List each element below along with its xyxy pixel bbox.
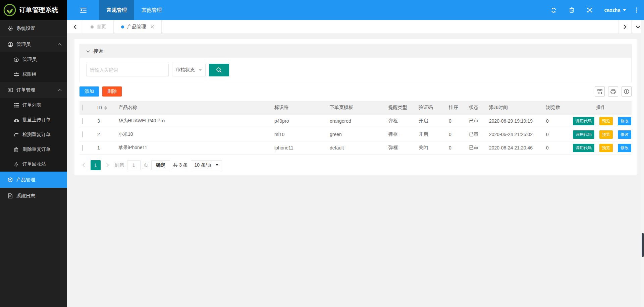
sidebar-item-label: 系统日志 <box>16 193 35 199</box>
cell-created-at: 2020-06-29 19:19:19 <box>486 114 543 128</box>
tabs-scroll-left-button[interactable] <box>67 20 83 34</box>
cell-slug: iphone11 <box>272 141 327 155</box>
table-header-row: ID 产品名称 标识符 下单页模板 提醒类型 验证码 排序 状态 添加时间 浏览… <box>79 101 632 114</box>
sidebar-item-system-settings[interactable]: 系统设置 <box>0 20 67 36</box>
audit-status-select[interactable]: 审核状态 <box>172 64 206 76</box>
cell-notify-type: 弹框 <box>386 114 416 128</box>
sidebar-item-permission-group[interactable]: 权限组 <box>0 67 67 82</box>
clear-cache-button[interactable] <box>563 0 581 20</box>
search-button[interactable] <box>209 64 229 76</box>
table-row: 1 苹果iPhone11 iphone11 default 弹框 关闭 0 已审… <box>79 141 632 155</box>
chevron-up-icon <box>58 43 61 47</box>
print-button[interactable] <box>608 86 618 97</box>
cell-views: 0 <box>543 141 570 155</box>
more-menu-button[interactable] <box>632 0 641 20</box>
prev-page-button[interactable] <box>79 160 88 170</box>
edit-button[interactable]: 修改 <box>618 130 631 139</box>
call-code-button[interactable]: 调用代码 <box>573 144 594 152</box>
columns-filter-button[interactable] <box>595 86 605 97</box>
page-number-button[interactable]: 1 <box>91 160 101 170</box>
sidebar-group-admin[interactable]: 管理员 <box>0 36 67 52</box>
row-checkbox[interactable] <box>82 118 83 124</box>
column-header-views: 浏览数 <box>543 101 570 114</box>
audit-status-value: 审核状态 <box>176 67 195 73</box>
page-tabbar: 首页 产品管理 <box>67 20 644 34</box>
user-menu[interactable]: caozha <box>599 0 632 20</box>
sidebar-item-order-recycle-bin[interactable]: 订单回收站 <box>0 157 67 172</box>
printer-icon <box>610 89 616 94</box>
export-info-button[interactable] <box>622 86 632 97</box>
topbar-tab-other[interactable]: 其他管理 <box>134 0 169 20</box>
sort-icon[interactable] <box>104 106 107 110</box>
cell-id: 3 <box>95 114 116 128</box>
cell-notify-type: 弹框 <box>386 141 416 155</box>
column-header-template: 下单页模板 <box>327 101 386 114</box>
sidebar-item-label: 管理员 <box>22 57 37 63</box>
main-content: 搜索 审核状态 添加 删除 <box>67 34 644 307</box>
fullscreen-button[interactable] <box>581 0 599 20</box>
edit-button[interactable]: 修改 <box>618 117 631 125</box>
row-checkbox[interactable] <box>82 131 83 137</box>
menu-fold-button[interactable] <box>67 0 99 20</box>
column-header-captcha: 验证码 <box>416 101 446 114</box>
call-code-button[interactable]: 调用代码 <box>573 117 594 125</box>
row-checkbox[interactable] <box>82 145 83 151</box>
cell-template: default <box>327 141 386 155</box>
add-button[interactable]: 添加 <box>79 86 99 97</box>
sidebar-item-product-management[interactable]: 产品管理 <box>0 172 67 188</box>
preview-button[interactable]: 预览 <box>599 130 613 139</box>
sidebar-item-admin[interactable]: 管理员 <box>0 52 67 67</box>
collapse-chevron-icon <box>86 50 90 53</box>
sidebar-item-bulk-upload-orders[interactable]: 批量上传订单 <box>0 113 67 127</box>
sidebar-item-detect-duplicate-orders[interactable]: 检测重复订单 <box>0 127 67 142</box>
cell-created-at: 2020-06-24 21:20:46 <box>486 141 543 155</box>
search-panel: 搜索 审核状态 <box>79 44 632 82</box>
log-icon <box>7 193 13 198</box>
fullscreen-icon <box>587 7 592 13</box>
scrollbar-thumb[interactable] <box>642 233 644 257</box>
page-tab-home[interactable]: 首页 <box>83 20 113 34</box>
keyword-input[interactable] <box>86 64 169 76</box>
preview-button[interactable]: 预览 <box>599 144 613 152</box>
cell-status: 已审 <box>466 128 486 141</box>
page-tab-product-management[interactable]: 产品管理 <box>113 20 162 34</box>
cell-slug: p40pro <box>272 114 327 128</box>
sidebar-item-order-list[interactable]: 订单列表 <box>0 98 67 113</box>
sidebar-item-label: 订单管理 <box>16 87 35 93</box>
tabs-scroll-right-button[interactable] <box>619 20 631 34</box>
sidebar-item-delete-duplicate-orders[interactable]: 删除重复订单 <box>0 142 67 157</box>
sidebar-item-label: 管理员 <box>16 42 31 48</box>
goto-confirm-button[interactable]: 确定 <box>151 160 170 170</box>
column-header-name: 产品名称 <box>116 101 272 114</box>
column-header-sort: 排序 <box>446 101 466 114</box>
next-page-button[interactable] <box>104 160 112 170</box>
edit-button[interactable]: 修改 <box>618 144 631 152</box>
column-header-id: ID <box>95 101 116 114</box>
app-logo: 订单管理系统 <box>0 0 67 20</box>
preview-button[interactable]: 预览 <box>599 117 613 125</box>
sidebar-group-orders[interactable]: 订单管理 <box>0 82 67 98</box>
call-code-button[interactable]: 调用代码 <box>573 130 594 139</box>
cloud-upload-icon <box>13 118 19 122</box>
topbar-tab-general[interactable]: 常规管理 <box>99 0 134 20</box>
trash-icon <box>13 147 19 152</box>
sidebar-item-system-log[interactable]: 系统日志 <box>0 188 67 204</box>
more-vertical-icon <box>636 7 637 13</box>
cell-sort: 0 <box>446 128 466 141</box>
info-icon <box>624 89 629 94</box>
page-size-select[interactable]: 10 条/页 <box>191 160 222 170</box>
refresh-button[interactable] <box>544 0 563 20</box>
header-checkbox-cell <box>79 101 95 114</box>
sidebar-nav: 系统设置 管理员 管理员 权限组 <box>0 20 67 204</box>
cell-template: orangered <box>327 114 386 128</box>
tab-dot <box>91 25 94 28</box>
select-all-checkbox[interactable] <box>82 105 83 111</box>
cell-status: 已审 <box>466 114 486 128</box>
topbar-right: caozha <box>544 0 644 20</box>
goto-page-input[interactable] <box>127 160 141 170</box>
search-panel-header[interactable]: 搜索 <box>80 44 631 58</box>
delete-button[interactable]: 删除 <box>102 86 122 97</box>
close-icon[interactable] <box>151 25 154 28</box>
plant-logo-icon <box>3 4 16 16</box>
sidebar: 订单管理系统 系统设置 管理员 管理员 <box>0 0 67 307</box>
